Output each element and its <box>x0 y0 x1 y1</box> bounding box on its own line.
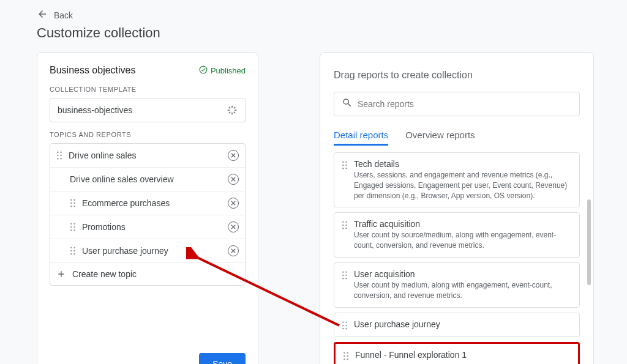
svg-point-40 <box>345 275 347 277</box>
create-topic-button[interactable]: Create new topic <box>50 263 245 285</box>
svg-point-9 <box>70 202 72 204</box>
library-report-desc: User count by medium, along with engagem… <box>354 280 572 301</box>
collection-template-field[interactable]: business-objectives <box>50 98 246 122</box>
report-row[interactable]: User purchase journey <box>50 239 245 263</box>
drag-handle-icon[interactable] <box>342 271 348 280</box>
svg-point-41 <box>342 278 344 280</box>
svg-point-17 <box>70 229 72 231</box>
topics-list: Drive online sales Drive online sales ov… <box>50 143 246 286</box>
library-report-item[interactable]: Funnel - Funnel exploration 1 <box>334 342 580 364</box>
svg-point-44 <box>345 321 347 323</box>
svg-point-5 <box>57 158 59 160</box>
svg-point-37 <box>342 271 344 273</box>
library-report-desc: User count by source/medium, along with … <box>354 230 572 251</box>
check-circle-icon <box>199 65 208 76</box>
svg-point-49 <box>344 352 345 354</box>
report-row[interactable]: Drive online sales overview <box>50 168 245 191</box>
svg-point-20 <box>73 247 75 248</box>
library-report-title: Traffic acquisition <box>354 219 572 229</box>
library-report-title: User purchase journey <box>354 319 572 329</box>
svg-point-14 <box>73 223 75 225</box>
template-value: business-objectives <box>58 105 132 115</box>
svg-point-32 <box>345 221 347 223</box>
status-badge: Published <box>199 65 246 76</box>
svg-point-18 <box>73 229 75 231</box>
drag-handle-icon[interactable] <box>70 223 76 231</box>
svg-point-27 <box>342 165 344 166</box>
svg-point-52 <box>347 355 348 357</box>
svg-point-46 <box>345 324 347 326</box>
arrow-left-icon <box>37 9 48 21</box>
tab-detail-reports[interactable]: Detail reports <box>334 130 388 146</box>
report-label: Promotions <box>82 222 222 232</box>
topic-row[interactable]: Drive online sales <box>50 144 245 168</box>
report-list: Tech detailsUsers, sessions, and engagem… <box>334 152 580 364</box>
report-row[interactable]: Promotions <box>50 215 245 239</box>
create-topic-label: Create new topic <box>72 269 239 279</box>
plus-icon <box>56 269 66 279</box>
svg-point-3 <box>57 155 59 157</box>
library-report-title: Funnel - Funnel exploration 1 <box>355 350 571 360</box>
svg-point-24 <box>73 253 75 255</box>
report-row[interactable]: Ecommerce purchases <box>50 191 245 215</box>
svg-point-35 <box>342 228 344 229</box>
template-section-label: COLLECTION TEMPLATE <box>50 86 246 93</box>
drag-handle-icon[interactable] <box>342 321 348 330</box>
page-title: Customize collection <box>37 25 621 41</box>
svg-point-50 <box>347 352 348 354</box>
svg-point-16 <box>73 226 75 228</box>
report-label: Drive online sales overview <box>70 174 222 184</box>
svg-point-6 <box>60 158 62 160</box>
library-report-item[interactable]: Tech detailsUsers, sessions, and engagem… <box>334 152 580 207</box>
svg-point-15 <box>70 226 72 228</box>
svg-point-43 <box>342 321 344 323</box>
topics-section-label: TOPICS AND REPORTS <box>50 131 246 138</box>
svg-point-28 <box>345 165 347 166</box>
scrollbar-thumb[interactable] <box>587 199 591 285</box>
svg-point-21 <box>70 250 72 252</box>
svg-point-0 <box>200 66 207 73</box>
svg-point-10 <box>73 202 75 204</box>
back-button[interactable]: Back <box>37 9 621 21</box>
loading-icon <box>227 105 238 116</box>
svg-point-7 <box>70 199 72 201</box>
back-label: Back <box>54 10 73 20</box>
search-icon <box>342 97 353 111</box>
drag-handle-icon[interactable] <box>342 221 348 229</box>
search-input[interactable] <box>358 99 572 109</box>
remove-report-button[interactable] <box>228 221 239 232</box>
svg-point-19 <box>70 247 72 248</box>
remove-report-button[interactable] <box>228 174 239 185</box>
tab-overview-reports[interactable]: Overview reports <box>405 130 475 146</box>
collection-editor-card: Business objectives Published COLLECTION… <box>37 52 258 364</box>
library-report-title: Tech details <box>354 159 572 169</box>
svg-point-42 <box>345 278 347 280</box>
save-button[interactable]: Save <box>199 353 246 364</box>
svg-point-34 <box>345 225 347 226</box>
report-label: User purchase journey <box>82 246 222 256</box>
drag-handle-icon[interactable] <box>70 199 76 207</box>
svg-point-4 <box>60 155 62 157</box>
drag-handle-icon[interactable] <box>342 161 348 169</box>
library-report-item[interactable]: User acquisitionUser count by medium, al… <box>334 262 580 308</box>
report-tabs: Detail reports Overview reports <box>334 130 580 146</box>
library-report-title: User acquisition <box>354 269 572 279</box>
remove-topic-button[interactable] <box>228 150 239 161</box>
svg-point-26 <box>345 161 347 163</box>
remove-report-button[interactable] <box>228 198 239 209</box>
collection-title: Business objectives <box>50 65 136 76</box>
drag-handle-icon[interactable] <box>343 352 349 360</box>
drag-handle-icon[interactable] <box>56 151 62 160</box>
drag-handle-icon[interactable] <box>70 247 76 255</box>
svg-point-54 <box>347 358 348 360</box>
library-report-desc: Users, sessions, and engagement and reve… <box>354 170 572 201</box>
svg-point-23 <box>70 253 72 255</box>
search-input-wrapper[interactable] <box>334 92 580 116</box>
remove-report-button[interactable] <box>228 245 239 256</box>
svg-point-25 <box>342 161 344 163</box>
library-report-item[interactable]: Traffic acquisitionUser count by source/… <box>334 212 580 258</box>
svg-point-48 <box>345 328 347 330</box>
svg-point-45 <box>342 324 344 326</box>
svg-point-51 <box>344 355 345 357</box>
library-report-item[interactable]: User purchase journey <box>334 313 580 337</box>
